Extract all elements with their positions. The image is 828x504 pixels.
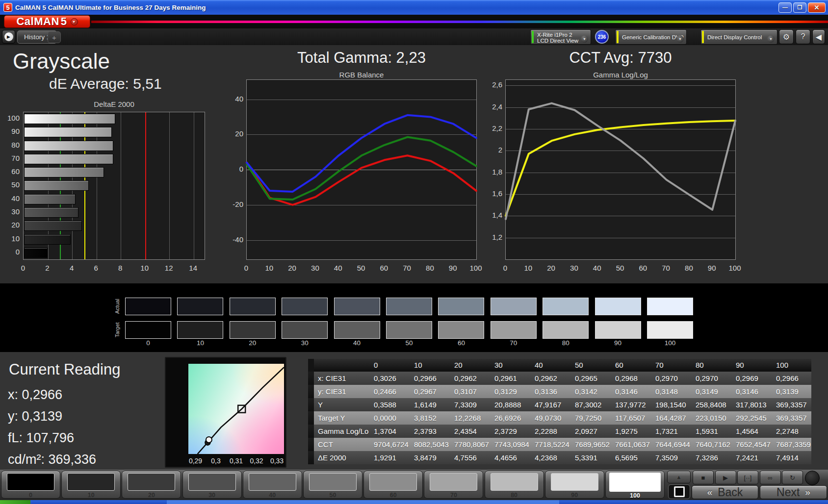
swatch-level-label-70: 70 (491, 339, 537, 347)
pattern-level-button-0[interactable]: 0 (1, 471, 60, 499)
stop-button[interactable]: ■ (693, 471, 714, 484)
cie-chromaticity-chart (188, 364, 284, 454)
pattern-level-button-30[interactable]: 30 (182, 471, 242, 499)
pattern-window-button[interactable]: [··] (737, 471, 758, 484)
cie-xtick: 0,33 (267, 457, 287, 465)
row-label: Gamma Log/Log (314, 425, 369, 438)
rgb_balance-xtick-10: 10 (261, 264, 277, 272)
continuous-button[interactable]: ∞ (760, 471, 781, 484)
target-swatch-0 (125, 321, 171, 339)
swatch-level-label-100: 100 (647, 339, 693, 347)
meter-status-indicator (532, 31, 534, 43)
chevron-down-icon: ▼ (767, 35, 775, 43)
table-cell: 7687,3359 (771, 438, 811, 451)
deltae-ytick-80: 80 (0, 141, 20, 149)
refresh-button[interactable]: ↻ (782, 471, 803, 484)
display-control-dropdown[interactable]: Direct Display Control ▼ (700, 29, 777, 45)
pattern-level-button-40[interactable]: 40 (243, 471, 302, 499)
deltae-bar-40 (24, 194, 76, 204)
display-control-label: Direct Display Control (707, 34, 762, 40)
tab-scroll-button[interactable]: ▶ (2, 30, 15, 44)
source-dropdown[interactable]: Generic Calibration DVD ▼ (615, 29, 687, 45)
table-cell: 2,3793 (409, 425, 449, 438)
table-cell: 0,3148 (650, 385, 691, 398)
status-circle-button[interactable] (805, 471, 820, 485)
target-swatch-80 (543, 321, 589, 339)
actual-swatch-20 (230, 298, 276, 315)
logo-number: 5 (61, 15, 67, 28)
chevron-up-icon: ▲ (676, 474, 682, 480)
table-cell: 1,9275 (610, 425, 650, 438)
stop-icon: ■ (701, 474, 705, 481)
pattern-level-button-70[interactable]: 70 (424, 471, 483, 499)
pattern-patch-80 (491, 473, 538, 491)
pattern-window-toggle[interactable] (668, 484, 690, 499)
pattern-patch-20 (128, 473, 175, 491)
deltae-ytick-90: 90 (0, 127, 20, 135)
source-status-indicator (617, 31, 619, 43)
table-cell: 7661,0637 (610, 438, 650, 451)
back-button[interactable]: « Back (692, 485, 758, 499)
table-cell: 0,3146 (731, 385, 771, 398)
pattern-label-100: 100 (606, 492, 664, 499)
gamma_loglog-xtick-60: 60 (635, 264, 651, 272)
help-button[interactable]: ? (796, 29, 810, 44)
play-icon: ▶ (723, 474, 728, 481)
continuous-icon: ∞ (768, 474, 772, 481)
deltae-ytick-0: 0 (0, 248, 20, 256)
meter-reading-badge[interactable]: 236 (595, 30, 609, 44)
table-row-gamma-log-log: Gamma Log/Log1,37042,37932,43542,37292,2… (308, 425, 811, 438)
table-cell: 7780,8067 (449, 438, 490, 451)
pattern-level-button-100[interactable]: 100 (605, 471, 665, 499)
calman-logo-menu[interactable]: CalMAN 5 ▼ (4, 15, 90, 28)
rgb_balance-series (247, 80, 476, 259)
actual-swatch-30 (282, 298, 328, 315)
swatch-level-label-0: 0 (125, 339, 171, 347)
gamma_loglog-ytick: 2,2 (480, 124, 502, 132)
table-cell: 6,5695 (610, 451, 650, 464)
pattern-level-button-80[interactable]: 80 (485, 471, 544, 499)
next-button[interactable]: Next » (760, 485, 827, 499)
pattern-panel-up-button[interactable]: ▲ (667, 471, 691, 483)
meter-dropdown[interactable]: X-Rite i1Pro 2 LCD Direct View ▼ (530, 29, 591, 45)
minimize-button[interactable]: — (778, 2, 792, 13)
reading-x: x: 0,2966 (8, 387, 62, 403)
close-button[interactable]: ✕ (808, 2, 826, 13)
table-cell: 7718,5224 (530, 438, 570, 451)
gamma_loglog-ytick: 2,6 (480, 80, 502, 89)
target-swatch-20 (230, 321, 276, 339)
pattern-level-button-60[interactable]: 60 (363, 471, 423, 499)
start-button-fragment[interactable] (0, 500, 30, 504)
play-button[interactable]: ▶ (715, 471, 736, 484)
pattern-level-button-10[interactable]: 10 (61, 471, 121, 499)
gamma_loglog-ytick: 1,4 (480, 211, 502, 219)
table-cell: 0,3588 (369, 398, 409, 411)
rgb_balance-xtick-70: 70 (399, 264, 415, 272)
table-cell: 223,0150 (691, 411, 731, 425)
deltae-ytick-50: 50 (0, 180, 20, 189)
gamma-x-axis: 0102030405060708090100 (505, 264, 736, 274)
collapse-panel-button[interactable]: ◀ (812, 29, 825, 44)
table-cell: 0,2967 (409, 385, 449, 398)
deltae-xtick-14: 14 (185, 264, 201, 272)
table-cell: 0,3139 (771, 385, 811, 398)
restore-button[interactable]: ❐ (793, 2, 806, 13)
table-cell: 0,0000 (369, 411, 409, 425)
gamma-chart-title: Gamma Log/Log (505, 71, 736, 79)
add-tab-button[interactable]: + (48, 31, 61, 43)
pattern-label-0: 0 (1, 492, 60, 499)
swatch-level-label-20: 20 (230, 339, 276, 347)
pattern-level-button-50[interactable]: 50 (303, 471, 362, 499)
pattern-level-button-90[interactable]: 90 (545, 471, 604, 499)
gamma_loglog-xtick-100: 100 (727, 264, 743, 272)
actual-swatch-10 (177, 298, 223, 315)
settings-button[interactable]: ⚙ (779, 29, 794, 44)
pattern-level-button-20[interactable]: 20 (122, 471, 181, 499)
taskbar-window-button[interactable] (167, 500, 559, 504)
gamma-loglog-chart (505, 79, 736, 260)
table-cell: 7,4914 (771, 451, 811, 464)
app-icon: 5 (3, 3, 12, 12)
table-cell: 0,3129 (490, 385, 530, 398)
gamma_loglog-xtick-0: 0 (497, 264, 513, 272)
table-cell: 0,2965 (570, 372, 610, 385)
